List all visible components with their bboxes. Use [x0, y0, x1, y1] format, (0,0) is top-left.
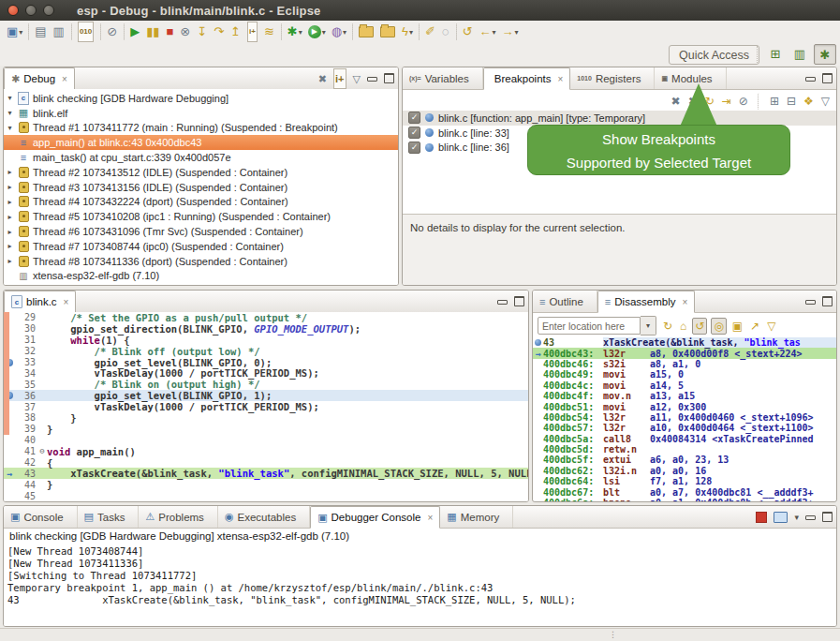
maximize-view-button[interactable]	[514, 296, 524, 306]
resume-button[interactable]: ▶	[127, 22, 143, 41]
code-line[interactable]: 38 }	[4, 412, 528, 424]
tree-row[interactable]: ▾blink.elf	[4, 106, 398, 121]
instruction-stepping-toggle[interactable]: i+	[333, 69, 346, 88]
copy-button[interactable]: ▣	[730, 319, 744, 334]
home-button[interactable]: ⌂	[678, 319, 688, 334]
disassembly-row[interactable]: 400dbc43:l32ra8, 0x400d00f8 <_stext+224>	[533, 348, 836, 358]
expand-arrow-icon[interactable]: ▸	[6, 228, 14, 236]
maximize-view-button[interactable]	[822, 73, 833, 83]
sep[interactable]	[758, 93, 760, 110]
debug-perspective-button[interactable]: ✱	[814, 44, 836, 65]
tree-row[interactable]: ▸Thread #4 1073432224 (dport) (Suspended…	[4, 195, 398, 210]
refresh-button[interactable]: ↻	[661, 319, 674, 334]
disassembly-row[interactable]: 400dbc67:blta0, a7, 0x400dbc81 <__adddf3…	[533, 486, 836, 497]
remove-all-terminated-button[interactable]: ✖	[318, 69, 327, 88]
close-tab-icon[interactable]: ×	[682, 297, 687, 307]
step-return-button[interactable]: ↥	[228, 22, 244, 41]
disassembly-row[interactable]: 400dbc5a:call80x40084314 <xTaskCreatePin…	[533, 434, 836, 444]
use-step-filters-button[interactable]: ≋	[261, 22, 278, 41]
close-tab-icon[interactable]: ×	[557, 74, 563, 84]
show-source-toggle[interactable]: ↺	[692, 318, 707, 335]
code-line[interactable]: 31 while(1) {	[4, 335, 528, 346]
disassembly-listing[interactable]: 43 xTaskCreate(&blink_task, "blink_tas 4…	[533, 337, 836, 501]
forward-button[interactable]: →▾	[499, 22, 522, 41]
expand-arrow-icon[interactable]: ▾	[6, 109, 14, 117]
disassembly-row[interactable]: 400dbc4f:mov.na13, a15	[533, 391, 836, 401]
skip-all-breakpoints-button[interactable]: ⊘	[104, 22, 121, 41]
breakpoint-checkbox[interactable]: ✓	[408, 127, 420, 139]
sep[interactable]	[28, 23, 29, 40]
code-line[interactable]: 42{	[4, 457, 528, 469]
view-tab[interactable]: (x)=Variables	[403, 67, 483, 89]
tab-blink-c[interactable]: c blink.c ×	[4, 291, 76, 313]
expand-arrow-icon[interactable]: ▸	[6, 168, 14, 176]
tree-row[interactable]: app_main() at blink.c:43 0x400dbc43	[4, 135, 398, 150]
sep[interactable]	[419, 23, 420, 40]
view-tab[interactable]: ▦Memory	[440, 506, 513, 528]
code-line[interactable]: 30 gpio_set_direction(BLINK_GPIO, GPIO_M…	[4, 323, 528, 335]
code-line[interactable]: 36 gpio_set_level(BLINK_GPIO, 1);	[4, 390, 528, 401]
minimize-view-button[interactable]	[805, 515, 816, 520]
step-into-button[interactable]: ↧	[194, 22, 211, 41]
save-button[interactable]: ▤	[32, 22, 50, 41]
view-tab[interactable]: Breakpoints×	[483, 67, 571, 90]
sash-drag-handle[interactable]: ⋮	[609, 630, 615, 639]
code-line[interactable]: 37 vTaskDelay(1000 / portTICK_PERIOD_MS)…	[4, 401, 528, 412]
code-line[interactable]: 45	[4, 490, 528, 501]
window-maximize-button[interactable]	[43, 5, 54, 16]
suspend-button[interactable]: ▮▮	[143, 22, 163, 41]
instruction-stepping-button[interactable]: i+	[244, 22, 261, 41]
tree-row[interactable]: ▸Thread #8 1073411336 (dport) (Suspended…	[4, 254, 398, 269]
sep[interactable]	[71, 23, 72, 40]
view-tab[interactable]: ≡Outline	[533, 291, 597, 312]
tree-row[interactable]: main_task() at cpu_start.c:339 0x400d057…	[4, 150, 398, 165]
skip-all-breakpoints-toggle[interactable]: ⊘	[738, 92, 749, 111]
disassembly-row[interactable]: 400dbc64:lsif7, a1, 128	[533, 476, 836, 486]
go-to-file-for-breakpoint-button[interactable]: ⇥	[721, 92, 732, 111]
tree-row[interactable]: ▾Thread #1 1073411772 (main : Running) (…	[4, 121, 398, 136]
disassembly-row[interactable]: 400dbc57:l32ra10, 0x400d0464 <_stext+110…	[533, 423, 836, 433]
code-line[interactable]: 40	[4, 435, 528, 446]
close-tab-icon[interactable]: ×	[64, 297, 69, 307]
step-over-button[interactable]: ↷	[211, 22, 228, 41]
code-line[interactable]: 41⊖void app_main()	[4, 446, 528, 457]
quick-access-button[interactable]: Quick Access	[669, 45, 759, 65]
code-line[interactable]: 32 /* Blink off (output low) */	[4, 346, 528, 357]
display-selected-console-button[interactable]	[774, 512, 788, 523]
close-tab-icon[interactable]: ×	[427, 513, 433, 523]
external-tools-button[interactable]: ◍▾	[329, 22, 349, 41]
view-tab[interactable]: ◉Executables	[218, 506, 310, 528]
console-dropdown-icon[interactable]: ▾	[794, 513, 799, 522]
code-line[interactable]: 34 vTaskDelay(1000 / portTICK_PERIOD_MS)…	[4, 367, 528, 379]
view-tab[interactable]: ⚠Problems	[139, 506, 217, 528]
disassembly-row[interactable]: 400dbc46:s32ia8, a1, 0	[533, 359, 836, 369]
maximize-view-button[interactable]	[384, 73, 394, 83]
view-tab[interactable]: ≡Disassembly×	[597, 291, 695, 313]
last-edit-location-button[interactable]: ↺	[460, 22, 477, 41]
tree-row[interactable]: ▸Thread #3 1073413156 (IDLE) (Suspended …	[4, 180, 398, 195]
save-all-button[interactable]: ▥	[51, 22, 68, 41]
minimize-view-button[interactable]	[805, 300, 816, 305]
code-line[interactable]: 33 gpio_set_level(BLINK_GPIO, 0);	[4, 357, 528, 368]
gutter-marker-icon[interactable]	[4, 469, 15, 479]
disassembly-row[interactable]: 400dbc62:l32i.na0, a0, 16	[533, 466, 836, 476]
disassembly-row[interactable]: 400dbc49:movia15, 0	[533, 369, 836, 380]
disconnect-button[interactable]: ⊗	[177, 22, 194, 41]
disassembly-row[interactable]: 400dbc5f:extuia6, a0, 23, 13	[533, 455, 836, 465]
disassembly-row[interactable]: 400dbc5d:retw.n	[533, 444, 836, 455]
run-menu-button[interactable]: ▶▾	[305, 22, 329, 41]
expand-arrow-icon[interactable]: ▾	[6, 94, 14, 102]
breakpoint-checkbox[interactable]: ✓	[408, 112, 420, 124]
cpp-perspective-button[interactable]: ▥	[789, 44, 810, 63]
collapse-all-button[interactable]: ⊟	[786, 92, 797, 111]
window-minimize-button[interactable]	[25, 5, 37, 16]
view-tab[interactable]: ▣Debugger Console×	[310, 506, 440, 529]
tree-row[interactable]: ▸Thread #2 1073413512 (IDLE) (Suspended …	[4, 165, 398, 180]
expand-arrow-icon[interactable]: ▾	[6, 124, 14, 132]
code-editor[interactable]: 29 /* Set the GPIO as a push/pull output…	[4, 312, 528, 501]
sep[interactable]	[281, 23, 282, 40]
new-wizard-button[interactable]: ▣▾	[4, 22, 25, 41]
minimize-view-button[interactable]	[805, 77, 816, 82]
expand-arrow-icon[interactable]: ▸	[6, 242, 14, 250]
disassembly-source-row[interactable]: 43 xTaskCreate(&blink_task, "blink_tas	[533, 337, 836, 348]
